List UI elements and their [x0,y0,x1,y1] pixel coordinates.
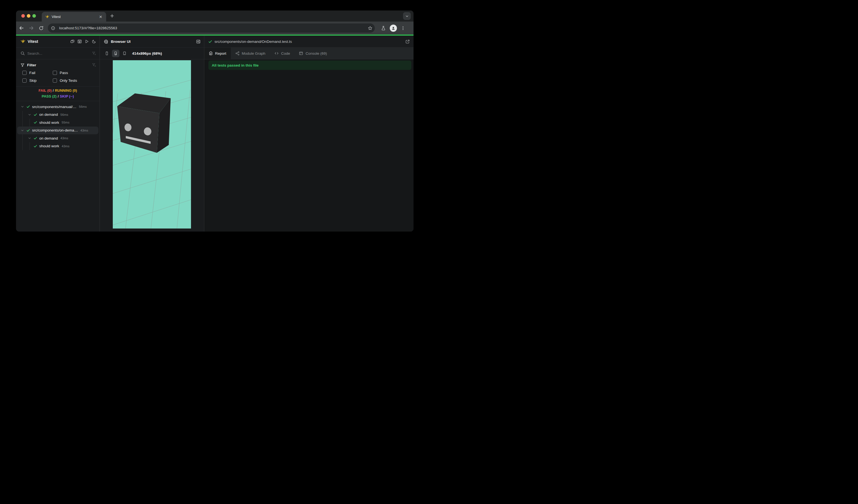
pass-check-icon [33,144,37,148]
test-name: src/components/on-dema… [32,128,78,132]
desktop: Vitest ✕ l [0,0,429,252]
browser-toolbar: localhost:5173/#/?file=1828625563 [16,21,414,34]
checkbox-box[interactable] [22,79,27,83]
tab-close-icon[interactable]: ✕ [98,14,104,19]
tab-console-69[interactable]: Console (69) [295,48,331,59]
module-graph-icon [235,51,240,55]
tab-label: Console (69) [305,51,327,55]
viewport-zoom-in-icon[interactable] [112,50,120,57]
test-name: should work [39,144,59,148]
test-summary: FAIL (0)/RUNNING (0) PASS (2)/SKIP (--) [16,87,99,101]
forward-button[interactable] [27,24,35,32]
viewport-small-icon[interactable] [103,50,111,57]
minimize-window-button[interactable] [27,14,30,18]
run-all-tests-icon[interactable] [84,39,89,44]
experiments-flask-icon[interactable] [379,23,387,33]
browser-window: Vitest ✕ l [16,11,414,231]
filter-title: Filter [27,63,92,67]
tab-module-graph[interactable]: Module Graph [231,48,270,59]
indent-guide [30,142,30,150]
test-name: on demand [39,136,58,140]
collapse-tests-icon[interactable] [70,39,75,44]
close-window-button[interactable] [21,14,25,18]
vitest-favicon-icon [45,15,49,19]
vitest-ui: Vitest [16,36,414,231]
filter-checkbox-only-tests[interactable]: Only Tests [53,79,96,83]
profile-avatar[interactable] [389,23,397,33]
filter-checkbox-pass[interactable]: Pass [53,71,96,75]
open-external-icon[interactable] [405,39,410,44]
test-tree-row-suite[interactable]: on demand43ms [17,134,98,142]
tab-report[interactable]: Report [204,48,231,59]
pass-check-icon [26,105,30,109]
app-under-test-canvas [113,60,191,228]
new-tab-button[interactable] [109,13,115,18]
test-duration: 43ms [80,129,88,132]
filter-checkbox-fail[interactable]: Fail [22,71,53,75]
tab-title: Vitest [52,15,98,19]
test-tree-row-test[interactable]: should work55ms [17,118,98,127]
tab-code[interactable]: Code [270,48,295,59]
pass-count: PASS (2) [42,94,57,98]
filter-funnel-icon [20,63,25,67]
tab-search-button[interactable] [403,12,411,20]
checkbox-label: Skip [29,79,36,83]
chevron-down-icon[interactable] [28,113,31,116]
dashboard-icon[interactable] [77,39,82,44]
all-tests-passed-banner: All tests passed in this file [208,61,411,70]
indent-guide [22,118,23,127]
preview-header: Browser UI [100,36,204,48]
checkbox-box[interactable] [53,71,57,75]
clear-search-filter-icon[interactable] [92,51,96,55]
chevron-down-icon[interactable] [21,129,24,132]
chevron-down-icon[interactable] [21,105,24,108]
test-tree: src/components/manual/…56mson demand56ms… [16,101,99,231]
clear-filters-icon[interactable] [92,63,96,67]
back-button[interactable] [17,24,26,32]
viewport-toolbar: 414x896px (68%) [100,48,204,60]
avatar [390,25,397,32]
test-tree-row-suite[interactable]: on demand56ms [17,111,98,119]
dock-panel-icon[interactable] [196,39,201,44]
console-icon [299,51,303,55]
test-tree-row-file[interactable]: src/components/on-dema…43ms [17,127,98,134]
app-title: Vitest [28,39,70,44]
skip-count: SKIP (--) [60,94,74,98]
search-bar[interactable]: Search... [16,48,99,60]
pass-check-icon [208,39,212,44]
browser-menu-icon[interactable] [399,23,407,33]
dark-mode-moon-icon[interactable] [92,39,96,44]
checkbox-box[interactable] [53,79,57,83]
summary-line-pass-skip: PASS (2)/SKIP (--) [16,93,99,99]
test-tree-row-test[interactable]: should work43ms [17,142,98,150]
banner-text: All tests passed in this file [212,63,259,67]
test-duration: 55ms [62,121,69,124]
pass-check-icon [33,120,37,124]
site-info-icon[interactable] [50,25,57,32]
browser-preview-panel: Browser UI 414x896px (68%) [100,36,204,231]
chevron-down-icon[interactable] [28,136,31,140]
filter-checkbox-skip[interactable]: Skip [22,79,53,83]
details-header: src/components/on-demand/OnDemand.test.t… [204,36,414,48]
bookmark-star-icon[interactable] [368,26,372,31]
test-file-path: src/components/on-demand/OnDemand.test.t… [214,39,405,44]
test-details-panel: src/components/on-demand/OnDemand.test.t… [204,36,414,231]
test-tree-row-file[interactable]: src/components/manual/…56ms [17,103,98,111]
address-bar[interactable]: localhost:5173/#/?file=1828625563 [48,23,375,33]
pass-check-icon [33,136,37,140]
preview-viewport[interactable] [100,60,204,231]
filter-section: Filter FailPassSkipOnly Tests [16,60,99,87]
test-duration: 43ms [61,136,68,140]
checkbox-label: Pass [60,71,68,75]
zoom-window-button[interactable] [32,14,36,18]
details-tab-bar: ReportModule GraphCodeConsole (69) [204,48,414,60]
viewport-size-label: 414x896px (68%) [132,51,162,55]
search-icon [20,51,25,55]
browser-tab[interactable]: Vitest ✕ [42,12,106,21]
globe-icon [104,39,108,44]
checkbox-box[interactable] [22,71,27,75]
reload-button[interactable] [37,24,45,32]
viewport-zoom-out-icon[interactable] [121,50,128,57]
macos-traffic-lights [21,14,36,18]
test-name: on demand [39,112,58,117]
